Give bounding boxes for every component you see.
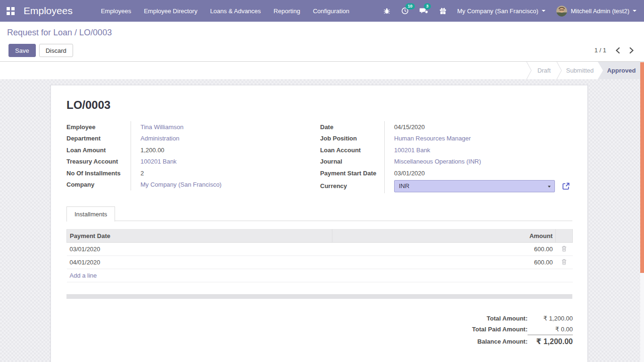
status-step-approved[interactable]: Approved [598,62,640,79]
user-avatar [556,6,567,16]
external-link-icon [561,182,570,190]
delete-row-button[interactable] [556,243,573,256]
pager-next-button[interactable] [629,47,634,54]
cell-payment-date[interactable]: 04/01/2020 [67,256,332,269]
installments-table: Payment Date Amount 03/01/2020 600.00 [66,229,573,282]
menu-item-reporting[interactable]: Reporting [273,6,300,16]
page-scrollbar-track[interactable] [640,62,644,362]
total-paid-label: Total Paid Amount: [472,324,528,335]
total-paid-value: ₹ 0.00 [528,324,573,335]
record-title: LO/0003 [66,99,110,112]
save-button[interactable]: Save [8,44,36,57]
table-header-row: Payment Date Amount [67,230,573,243]
step-separator-icon [526,62,532,79]
discard-button[interactable]: Discard [39,44,73,57]
column-header-payment-date[interactable]: Payment Date [67,230,332,243]
message-count-badge: 3 [424,3,431,9]
field-label-job-position: Job Position [320,133,385,145]
column-header-delete [556,230,573,243]
table-horizontal-scrollbar[interactable] [66,294,572,299]
currency-selected-value: INR [399,182,409,189]
field-label-installments: No Of Installments [66,167,131,179]
cell-amount[interactable]: 600.00 [332,256,556,269]
add-a-line-link[interactable]: Add a line [70,272,97,279]
select-caret-icon [548,186,551,188]
field-value-company[interactable]: My Company (San Francisco) [140,181,222,188]
company-switcher[interactable]: My Company (San Francisco) [457,8,545,15]
apps-grid-icon [7,7,15,15]
chevron-down-icon [633,10,636,12]
status-step-draft[interactable]: Draft [532,62,556,79]
field-label-payment-start-date: Payment Start Date [320,167,385,179]
field-value-employee[interactable]: Tina Williamson [140,123,183,131]
main-menu: Employees Employee Directory Loans & Adv… [101,6,349,16]
form-sheet: LO/0003 Employee Tina Williamson Departm… [50,85,588,362]
menu-item-employee-directory[interactable]: Employee Directory [144,6,197,16]
field-label-loan-account: Loan Account [320,144,385,156]
activity-count-badge: 10 [405,3,415,9]
field-label-company: Company [66,179,131,191]
top-navbar: Employees Employees Employee Directory L… [0,0,644,22]
total-amount-label: Total Amount: [472,313,528,324]
currency-select[interactable]: INR [394,180,555,192]
currency-external-link-button[interactable] [561,182,570,190]
breadcrumb[interactable]: Request for Loan / LO/0003 [7,28,112,38]
notebook-tabs: Installments [66,206,572,221]
table-row[interactable]: 03/01/2020 600.00 [67,243,573,256]
add-line-row: Add a line [67,269,573,282]
messages-chat-icon[interactable]: 3 [420,7,429,15]
total-paid-row: Total Paid Amount: ₹ 0.00 [472,324,573,335]
menu-item-configuration[interactable]: Configuration [313,6,349,16]
company-name: My Company (San Francisco) [457,8,538,15]
pager: 1 / 1 [594,47,634,54]
field-label-employee: Employee [66,121,131,133]
pager-counter: 1 / 1 [594,47,606,54]
field-value-journal[interactable]: Miscellaneous Operations (INR) [394,158,481,165]
menu-item-loans-advances[interactable]: Loans & Advances [210,6,261,16]
form-statusbar: Draft Submitted Approved [0,62,644,79]
chevron-left-icon [617,48,620,53]
field-group-right: Date 04/15/2020 Job Position Human Resou… [320,121,575,193]
app-brand[interactable]: Employees [24,5,73,16]
field-label-department: Department [66,133,131,145]
table-row[interactable]: 04/01/2020 600.00 [67,256,573,269]
field-value-department[interactable]: Administration [140,135,179,142]
menu-item-employees[interactable]: Employees [101,6,131,16]
field-value-payment-start-date[interactable]: 03/01/2020 [394,170,425,177]
field-label-date: Date [320,121,385,133]
user-menu[interactable]: Mitchell Admin (test2) [556,6,636,16]
field-label-journal: Journal [320,156,385,168]
page-scrollbar-thumb[interactable] [640,62,644,273]
form-view-background: LO/0003 Employee Tina Williamson Departm… [0,79,644,362]
field-value-installments[interactable]: 2 [140,170,144,177]
trash-icon [561,259,567,265]
pager-previous-button[interactable] [616,47,620,54]
control-panel: Request for Loan / LO/0003 Save Discard … [0,22,644,62]
field-value-date[interactable]: 04/15/2020 [394,123,425,131]
column-header-amount[interactable]: Amount [332,230,556,243]
status-step-submitted[interactable]: Submitted [562,62,598,79]
tab-installments[interactable]: Installments [66,206,115,222]
trash-icon [561,246,567,252]
activity-clock-icon[interactable]: 10 [401,7,409,15]
status-steps: Draft Submitted Approved [526,62,640,79]
action-buttons: Save Discard [8,44,73,57]
cell-amount[interactable]: 600.00 [332,243,556,256]
field-group-left: Employee Tina Williamson Department Admi… [66,121,305,190]
field-value-treasury-account[interactable]: 100201 Bank [140,158,177,165]
field-value-loan-amount[interactable]: 1,200.00 [140,147,165,154]
debug-bug-icon[interactable] [383,7,390,15]
cell-payment-date[interactable]: 03/01/2020 [67,243,332,256]
chevron-right-icon [630,48,633,53]
step-separator-icon [556,62,562,79]
field-value-job-position[interactable]: Human Resources Manager [394,135,471,142]
gift-icon[interactable] [439,7,446,15]
total-amount-row: Total Amount: ₹ 1,200.00 [472,313,573,324]
chevron-down-icon [542,10,545,12]
screen: Employees Employees Employee Directory L… [0,0,644,362]
user-name: Mitchell Admin (test2) [571,8,629,15]
delete-row-button[interactable] [556,256,573,269]
field-label-loan-amount: Loan Amount [66,144,131,156]
apps-menu-button[interactable] [0,7,21,15]
field-value-loan-account[interactable]: 100201 Bank [394,147,430,154]
